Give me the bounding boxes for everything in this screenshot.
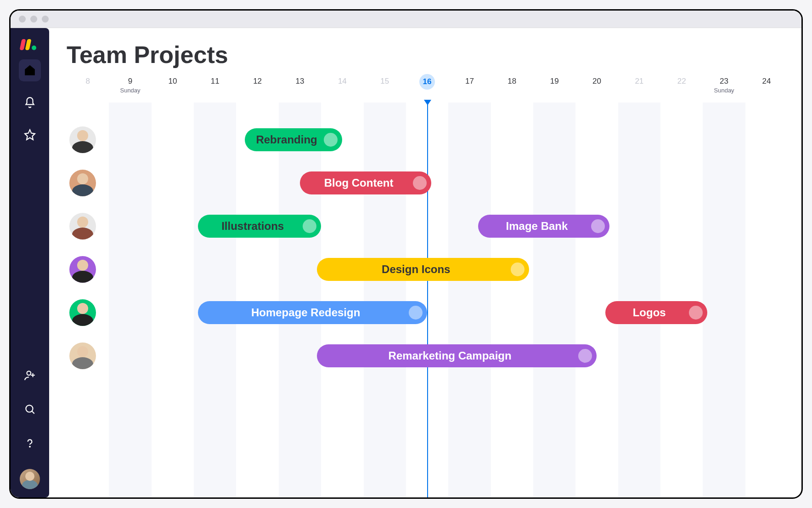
- task-label: Homepage Redesign: [251, 306, 360, 319]
- date-number: 15: [380, 77, 389, 86]
- date-number: 24: [762, 77, 771, 86]
- svg-point-1: [26, 405, 33, 412]
- date-column[interactable]: 15: [364, 77, 406, 103]
- task-pill[interactable]: Image Bank: [478, 215, 609, 238]
- date-number: 22: [677, 77, 686, 86]
- task-handle-icon[interactable]: [511, 263, 524, 276]
- row-track: Remarketing Campaign: [67, 334, 788, 377]
- row-track: Rebranding: [67, 118, 788, 161]
- date-number: 18: [508, 77, 516, 86]
- date-number: 23: [720, 77, 728, 86]
- date-column[interactable]: 9Sunday: [109, 77, 151, 103]
- date-number: 14: [338, 77, 347, 86]
- date-column[interactable]: 13: [279, 77, 321, 103]
- task-pill[interactable]: Rebranding: [245, 128, 342, 151]
- timeline-row: IllustrationsImage Bank: [67, 205, 788, 248]
- window-dot: [42, 16, 49, 23]
- star-icon[interactable]: [19, 124, 41, 146]
- task-label: Illustrations: [221, 220, 284, 233]
- timeline-row: Blog Content: [67, 161, 788, 205]
- timeline-row: Homepage RedesignLogos: [67, 291, 788, 334]
- date-column[interactable]: 12: [236, 77, 278, 103]
- task-label: Logos: [633, 306, 666, 319]
- task-pill[interactable]: Remarketing Campaign: [317, 344, 597, 367]
- task-pill[interactable]: Illustrations: [198, 215, 321, 238]
- timeline-rows: RebrandingBlog ContentIllustrationsImage…: [67, 118, 788, 497]
- date-column[interactable]: 24: [745, 77, 788, 103]
- date-column[interactable]: 20: [575, 77, 618, 103]
- app-window: Team Projects 89Sunday101112131415161718…: [9, 9, 803, 499]
- task-label: Blog Content: [324, 177, 394, 189]
- task-label: Remarketing Campaign: [389, 349, 512, 362]
- row-track: Blog Content: [67, 161, 788, 205]
- task-handle-icon[interactable]: [324, 133, 338, 147]
- date-number: 13: [296, 77, 304, 86]
- window-dot: [19, 16, 26, 23]
- task-handle-icon[interactable]: [591, 219, 605, 233]
- timeline-row: Remarketing Campaign: [67, 334, 788, 377]
- task-label: Design Icons: [382, 263, 450, 276]
- date-number: 9: [128, 77, 132, 86]
- timeline-row: Rebranding: [67, 118, 788, 161]
- task-handle-icon[interactable]: [409, 306, 423, 320]
- sidebar: [11, 28, 49, 497]
- profile-avatar[interactable]: [20, 469, 40, 489]
- app-body: Team Projects 89Sunday101112131415161718…: [11, 28, 801, 497]
- task-handle-icon[interactable]: [578, 349, 592, 363]
- task-label: Rebranding: [256, 133, 317, 146]
- date-column[interactable]: 8: [67, 77, 109, 103]
- titlebar: [11, 11, 801, 28]
- task-handle-icon[interactable]: [303, 219, 316, 233]
- task-pill[interactable]: Homepage Redesign: [198, 301, 427, 324]
- row-track: Design Icons: [67, 248, 788, 291]
- timeline-row: Design Icons: [67, 248, 788, 291]
- row-track: IllustrationsImage Bank: [67, 205, 788, 248]
- date-number: 10: [168, 77, 177, 86]
- date-number: 21: [635, 77, 643, 86]
- date-number: 16: [419, 74, 435, 90]
- task-pill[interactable]: Logos: [605, 301, 707, 324]
- main-content: Team Projects 89Sunday101112131415161718…: [49, 28, 801, 497]
- window-dot: [30, 16, 37, 23]
- date-column[interactable]: 16: [406, 77, 448, 103]
- date-column[interactable]: 17: [448, 77, 491, 103]
- search-icon[interactable]: [19, 398, 41, 420]
- date-column[interactable]: 19: [533, 77, 575, 103]
- date-dayname: Sunday: [703, 87, 745, 94]
- date-header: 89Sunday1011121314151617181920212223Sund…: [67, 77, 788, 103]
- date-column[interactable]: 23Sunday: [703, 77, 745, 103]
- date-number: 20: [592, 77, 601, 86]
- date-dayname: Sunday: [109, 87, 151, 94]
- help-icon[interactable]: [19, 432, 41, 454]
- date-number: 17: [465, 77, 474, 86]
- date-number: 8: [85, 77, 90, 86]
- task-pill[interactable]: Blog Content: [300, 171, 431, 194]
- date-column[interactable]: 21: [618, 77, 660, 103]
- date-number: 11: [211, 77, 220, 86]
- bell-icon[interactable]: [19, 91, 41, 114]
- page-title: Team Projects: [67, 41, 788, 68]
- date-column[interactable]: 11: [194, 77, 236, 103]
- date-column[interactable]: 10: [152, 77, 194, 103]
- task-label: Image Bank: [506, 220, 568, 233]
- invite-icon[interactable]: [19, 364, 41, 386]
- task-handle-icon[interactable]: [413, 176, 427, 190]
- task-pill[interactable]: Design Icons: [317, 258, 529, 281]
- sidebar-top-nav: [11, 59, 49, 146]
- task-handle-icon[interactable]: [689, 306, 703, 320]
- row-track: Homepage RedesignLogos: [67, 291, 788, 334]
- timeline: 89Sunday1011121314151617181920212223Sund…: [67, 77, 788, 497]
- date-number: 12: [253, 77, 262, 86]
- date-column[interactable]: 18: [491, 77, 533, 103]
- date-number: 19: [550, 77, 559, 86]
- date-column[interactable]: 22: [660, 77, 703, 103]
- svg-point-0: [27, 371, 31, 375]
- date-column[interactable]: 14: [321, 77, 363, 103]
- home-icon[interactable]: [19, 59, 41, 81]
- logo-icon[interactable]: [21, 37, 39, 50]
- sidebar-bottom-nav: [11, 364, 49, 489]
- svg-point-2: [29, 446, 30, 447]
